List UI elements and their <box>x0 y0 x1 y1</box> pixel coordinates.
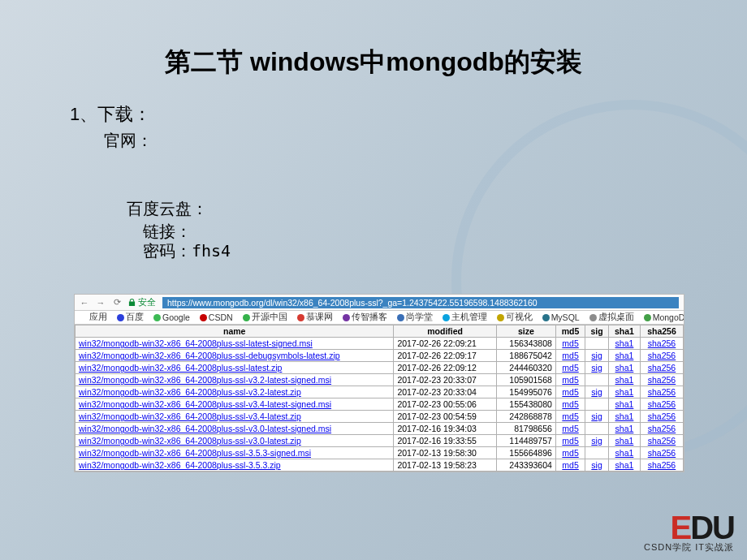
md5-link[interactable]: md5 <box>562 375 578 385</box>
sig-link[interactable]: sig <box>591 460 602 470</box>
md5-link[interactable]: md5 <box>562 460 578 470</box>
bookmarks-bar: 应用 百度 Google CSDN 开源中国 慕课网 传智播客 尚学堂 主机管理… <box>75 311 684 325</box>
cell-modified: 2017-02-26 22:09:12 <box>394 362 496 374</box>
cell-name: win32/mongodb-win32-x86_64-2008plus-ssl-… <box>76 338 394 350</box>
cell-sig: sig <box>585 411 609 423</box>
md5-link[interactable]: md5 <box>562 363 578 373</box>
sig-link[interactable]: sig <box>591 411 602 421</box>
md5-link[interactable]: md5 <box>562 411 578 421</box>
sha256-link[interactable]: sha256 <box>648 351 676 360</box>
sha256-link[interactable]: sha256 <box>648 387 676 397</box>
sha1-link[interactable]: sha1 <box>615 436 634 446</box>
md5-link[interactable]: md5 <box>562 351 578 360</box>
cell-md5: md5 <box>555 423 585 435</box>
cell-name: win32/mongodb-win32-x86_64-2008plus-ssl-… <box>76 362 394 374</box>
bookmark-csdn[interactable]: CSDN <box>200 312 233 322</box>
cell-sig <box>585 338 609 350</box>
sha256-link[interactable]: sha256 <box>648 424 676 433</box>
sha1-link[interactable]: sha1 <box>615 460 634 470</box>
sha1-link[interactable]: sha1 <box>615 399 634 409</box>
bookmark-chuanzhi[interactable]: 传智播客 <box>343 312 387 323</box>
sha256-link[interactable]: sha256 <box>648 363 676 373</box>
cell-sha1: sha1 <box>608 423 640 435</box>
sha1-link[interactable]: sha1 <box>615 375 634 385</box>
file-link[interactable]: win32/mongodb-win32-x86_64-2008plus-ssl-… <box>79 460 281 470</box>
file-link[interactable]: win32/mongodb-win32-x86_64-2008plus-ssl-… <box>79 338 313 348</box>
table-row: win32/mongodb-win32-x86_64-2008plus-ssl-… <box>76 374 684 386</box>
file-link[interactable]: win32/mongodb-win32-x86_64-2008plus-ssl-… <box>79 436 301 446</box>
cell-sha1: sha1 <box>608 338 640 350</box>
mysql-icon <box>542 314 550 321</box>
cell-md5: md5 <box>555 435 585 447</box>
sha256-link[interactable]: sha256 <box>648 338 676 348</box>
cell-sha256: sha256 <box>640 411 683 423</box>
cell-sig <box>585 423 609 435</box>
sig-link[interactable]: sig <box>591 436 602 446</box>
cell-size: 244460320 <box>496 362 555 374</box>
bookmark-imooc[interactable]: 慕课网 <box>297 312 333 323</box>
csdn-icon <box>200 314 207 321</box>
bookmark-viz[interactable]: 可视化 <box>497 312 533 323</box>
sha1-link[interactable]: sha1 <box>615 338 634 348</box>
cell-modified: 2017-02-23 20:33:04 <box>394 386 496 398</box>
md5-link[interactable]: md5 <box>562 448 578 458</box>
sha1-link[interactable]: sha1 <box>615 387 634 397</box>
sha1-link[interactable]: sha1 <box>615 363 634 373</box>
cell-size: 243393604 <box>496 459 555 472</box>
bookmark-mongodb[interactable]: MongoDB <box>644 312 684 322</box>
bookmark-google[interactable]: Google <box>153 312 190 322</box>
file-link[interactable]: win32/mongodb-win32-x86_64-2008plus-ssl-… <box>79 375 331 385</box>
vm-icon <box>589 314 597 321</box>
sig-link[interactable]: sig <box>591 387 602 397</box>
sha256-link[interactable]: sha256 <box>648 448 676 458</box>
sha1-link[interactable]: sha1 <box>615 411 634 421</box>
file-link[interactable]: win32/mongodb-win32-x86_64-2008plus-ssl-… <box>79 448 311 458</box>
bookmark-host[interactable]: 主机管理 <box>443 312 487 323</box>
file-link[interactable]: win32/mongodb-win32-x86_64-2008plus-ssl-… <box>79 424 331 433</box>
sha256-link[interactable]: sha256 <box>648 411 676 421</box>
sha1-link[interactable]: sha1 <box>615 424 634 433</box>
cell-modified: 2017-02-13 19:58:30 <box>394 447 496 459</box>
forward-button[interactable]: → <box>96 298 106 308</box>
cell-sha1: sha1 <box>608 350 640 362</box>
sha1-link[interactable]: sha1 <box>615 351 634 360</box>
bookmark-baidu[interactable]: 百度 <box>117 312 144 323</box>
sig-link[interactable]: sig <box>591 363 602 373</box>
reload-button[interactable]: ⟳ <box>112 297 122 308</box>
cell-name: win32/mongodb-win32-x86_64-2008plus-ssl-… <box>76 350 394 362</box>
cell-name: win32/mongodb-win32-x86_64-2008plus-ssl-… <box>76 459 394 472</box>
sha256-link[interactable]: sha256 <box>648 460 676 470</box>
col-modified: modified <box>394 325 496 338</box>
cell-sha1: sha1 <box>608 374 640 386</box>
section-1-label: 1、下载： <box>70 102 151 127</box>
sha256-link[interactable]: sha256 <box>648 375 676 385</box>
file-link[interactable]: win32/mongodb-win32-x86_64-2008plus-ssl-… <box>79 411 301 421</box>
table-row: win32/mongodb-win32-x86_64-2008plus-ssl-… <box>76 435 684 447</box>
sha1-link[interactable]: sha1 <box>615 448 634 458</box>
cell-sha256: sha256 <box>640 447 683 459</box>
sha256-link[interactable]: sha256 <box>648 399 676 409</box>
url-bar[interactable]: https://www.mongodb.org/dl/win32/x86_64-… <box>162 297 679 308</box>
back-button[interactable]: ← <box>80 298 89 308</box>
col-sig: sig <box>585 325 609 338</box>
apps-button[interactable]: 应用 <box>80 312 107 323</box>
bookmark-vm[interactable]: 虚拟桌面 <box>589 312 634 323</box>
md5-link[interactable]: md5 <box>562 387 578 397</box>
sha256-link[interactable]: sha256 <box>648 436 676 446</box>
md5-link[interactable]: md5 <box>562 436 578 446</box>
bookmark-oschina[interactable]: 开源中国 <box>243 312 287 323</box>
file-link[interactable]: win32/mongodb-win32-x86_64-2008plus-ssl-… <box>79 387 301 397</box>
bookmark-mysql[interactable]: MySQL <box>542 312 580 322</box>
md5-link[interactable]: md5 <box>562 399 578 409</box>
file-link[interactable]: win32/mongodb-win32-x86_64-2008plus-ssl-… <box>79 363 282 373</box>
file-link[interactable]: win32/mongodb-win32-x86_64-2008plus-ssl-… <box>79 399 331 409</box>
md5-link[interactable]: md5 <box>562 424 578 433</box>
bookmark-shangxt[interactable]: 尚学堂 <box>397 312 433 323</box>
cell-sha256: sha256 <box>640 386 683 398</box>
file-link[interactable]: win32/mongodb-win32-x86_64-2008plus-ssl-… <box>79 351 340 360</box>
cell-size: 114489757 <box>496 435 555 447</box>
md5-link[interactable]: md5 <box>562 338 578 348</box>
slide: 第二节 windows中mongodb的安装 1、下载： 官网： 百度云盘： 链… <box>0 0 747 560</box>
table-header-row: name modified size md5 sig sha1 sha256 <box>76 325 684 338</box>
sig-link[interactable]: sig <box>591 351 602 360</box>
